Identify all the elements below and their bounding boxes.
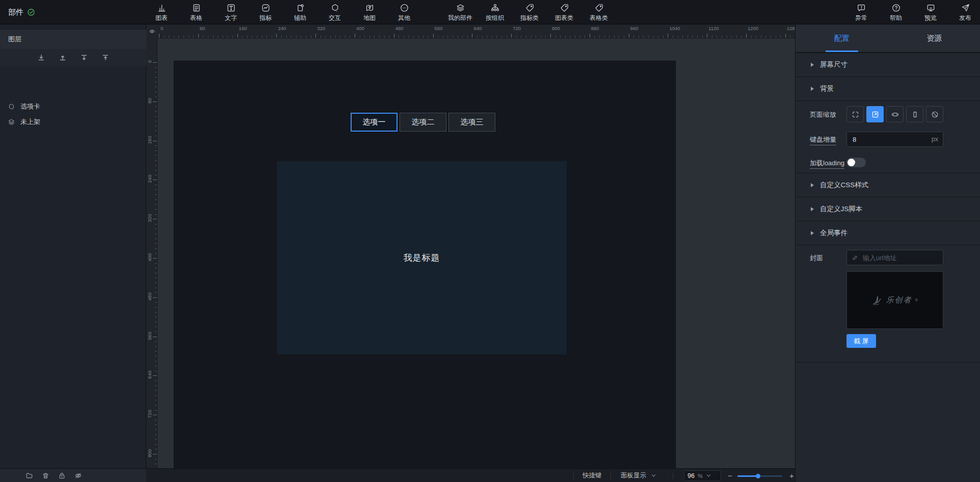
config-panel: 配置 资源 屏幕尺寸 背景 页面缩放 键盘增量 px 加载loading [795,24,980,482]
folder-icon[interactable] [25,472,33,479]
layer-order-toolbar [0,49,146,66]
tabs-widget: 选项一 选项二 选项三 [351,113,495,132]
top-toolbar: 部件 图表 表格 文字 指标 辅助 [0,0,980,24]
zoom-slider-knob[interactable] [756,474,760,478]
tool-by-org[interactable]: 按组织 [482,2,508,24]
shortcut-keys-button[interactable]: 快捷键 [582,469,602,482]
bottom-statusbar: 快捷键 面板显示 96 % − + [146,468,795,482]
loading-label: 加载loading [810,159,844,169]
interact-icon [330,3,340,13]
keyboard-step-unit: px [932,136,938,143]
helper-icon [296,3,305,13]
loading-toggle[interactable] [846,158,866,167]
title-card-widget[interactable]: 我是标题 [277,161,567,354]
page-zoom-label: 页面缩放 [810,110,836,119]
zoom-out-button[interactable]: − [728,469,732,482]
component-tool-group: 图表 表格 文字 指标 辅助 交互 [148,2,417,24]
publish-icon [961,3,970,13]
tool-helper[interactable]: 辅助 [287,2,313,24]
map-icon [365,3,375,13]
tool-chart[interactable]: 图表 [148,2,175,24]
canvas-tab-option2[interactable]: 选项二 [400,113,446,132]
collapse-arrow-icon [811,63,814,67]
layers-icon [456,3,465,13]
keyboard-step-label: 键盘增量 [810,135,836,145]
interact-icon [8,103,15,111]
layers-sidebar: 图层 选项卡 未上架 [0,24,146,468]
chart-icon [157,3,167,13]
divider [796,362,980,363]
exception-icon [857,3,866,13]
bring-forward-icon[interactable] [101,54,110,62]
tag-icon [525,3,535,13]
vertical-ruler: 080160240320400480560640720800 [146,38,157,468]
app-root: 部件 图表 表格 文字 指标 辅助 [0,0,980,482]
no-scale-icon[interactable] [926,106,943,122]
keyboard-step-field: px [846,132,943,147]
ruler-toggle-icon[interactable] [146,24,157,38]
cover-url-field [846,250,943,265]
layer-item-unlisted[interactable]: 未上架 [0,114,146,130]
tool-table[interactable]: 表格 [183,2,209,24]
send-backward-icon[interactable] [80,54,88,62]
tab-config[interactable]: 配置 [796,24,888,52]
zoom-in-button[interactable]: + [789,469,794,482]
divider [673,472,673,479]
link-icon [852,255,858,261]
move-to-bottom-icon[interactable] [37,54,45,62]
section-global-events[interactable]: 全局事件 [796,221,980,245]
brand-label: 部件 [8,8,23,17]
tool-metric[interactable]: 指标 [252,2,279,24]
expand-scale-icon[interactable] [866,106,884,122]
tool-other[interactable]: 其他 [391,2,417,24]
fit-height-icon[interactable] [906,106,923,122]
tool-my-widgets[interactable]: 我的部件 [447,2,473,24]
layer-item-tabs[interactable]: 选项卡 [0,99,146,114]
metric-icon [261,3,271,13]
check-circle-icon [27,8,35,16]
tool-metric-class[interactable]: 指标类 [516,2,543,24]
move-to-top-icon[interactable] [59,54,67,62]
fit-width-icon[interactable] [886,106,904,122]
eye-off-icon[interactable] [74,472,82,479]
cover-url-input[interactable] [862,253,938,262]
section-screen-size[interactable]: 屏幕尺寸 [796,53,980,77]
card-title: 我是标题 [404,252,440,264]
trash-icon[interactable] [42,472,49,479]
section-custom-js[interactable]: 自定义JS脚本 [796,197,980,221]
help-button[interactable]: 帮助 [883,2,909,24]
help-icon [891,3,901,13]
exception-button[interactable]: 异常 [848,2,875,24]
tool-table-class[interactable]: 表格类 [586,2,612,24]
panel-tabs: 配置 资源 [796,24,980,53]
lock-icon[interactable] [58,472,66,479]
tool-interact[interactable]: 交互 [322,2,348,24]
section-background[interactable]: 背景 [796,77,980,101]
screenshot-button[interactable]: 截 屏 [846,334,876,348]
preview-button[interactable]: 预览 [917,2,944,24]
cover-label: 封面 [810,253,823,263]
library-tool-group: 我的部件 按组织 指标类 图表类 表格类 [447,2,612,24]
preview-icon [926,3,936,13]
fit-screen-icon[interactable] [846,106,864,122]
chevron-down-icon [706,473,711,478]
divider [573,472,574,479]
tag-icon [594,3,604,13]
section-custom-css[interactable]: 自定义CSS样式 [796,173,980,197]
canvas-tab-option3[interactable]: 选项三 [448,113,495,132]
action-group: 异常 帮助 预览 发布 [848,2,978,24]
tool-text[interactable]: 文字 [218,2,244,24]
panel-display-dropdown[interactable]: 面板显示 [621,469,656,482]
zoom-level-select[interactable]: 96 % [684,470,721,481]
tool-map[interactable]: 地图 [356,2,383,24]
canvas-tab-option1[interactable]: 选项一 [351,113,398,132]
publish-button[interactable]: 发布 [952,2,978,24]
tab-resources[interactable]: 资源 [888,24,980,52]
zoom-slider[interactable] [737,475,782,477]
tool-chart-class[interactable]: 图表类 [551,2,577,24]
text-icon [226,3,236,13]
brand-logo-text: 乐创者 [886,295,912,305]
tag-icon [560,3,569,13]
keyboard-step-input[interactable] [852,135,928,144]
toggle-knob [847,159,855,166]
